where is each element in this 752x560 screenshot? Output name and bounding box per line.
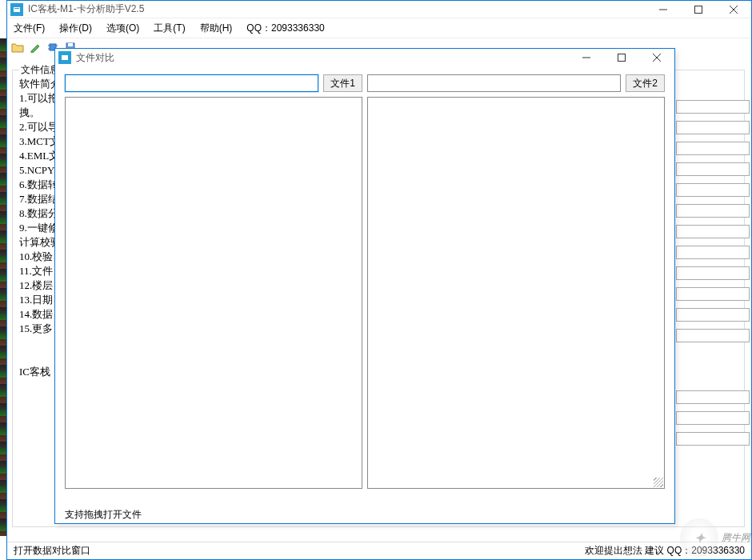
file2-content-panel[interactable]	[367, 97, 665, 489]
menu-options[interactable]: 选项(O)	[106, 22, 139, 35]
svg-rect-17	[618, 54, 626, 62]
dialog-body: 文件1 文件2 支持拖拽打开文件	[55, 66, 674, 523]
menu-file[interactable]: 文件(F)	[14, 22, 45, 35]
file2-path-input[interactable]	[367, 74, 621, 92]
watermark-text: 腾牛网	[722, 531, 750, 545]
right-field[interactable]	[676, 329, 750, 342]
dialog-window-controls	[569, 49, 674, 66]
dialog-titlebar: 文件对比	[55, 49, 674, 66]
right-field[interactable]	[676, 142, 750, 155]
menu-operation[interactable]: 操作(D)	[59, 22, 92, 35]
right-field[interactable]	[676, 390, 750, 404]
main-title: IC客栈-M1-卡分析助手V2.5	[28, 2, 646, 16]
dialog-close-button[interactable]	[639, 49, 674, 66]
right-field[interactable]	[676, 246, 750, 259]
svg-rect-13	[68, 43, 73, 46]
dialog-icon	[58, 51, 71, 64]
dialog-statusbar: 支持拖拽打开文件	[55, 506, 674, 523]
menu-qq[interactable]: QQ：2093336330	[246, 22, 324, 35]
main-window-controls	[646, 1, 751, 18]
right-fields-column	[676, 100, 750, 446]
watermark: ✦ 腾牛网	[680, 518, 750, 557]
right-field[interactable]	[676, 411, 750, 425]
right-field[interactable]	[676, 204, 750, 218]
file1-content-panel[interactable]	[65, 97, 362, 489]
file-selector-row: 文件1 文件2	[55, 66, 674, 97]
right-field[interactable]	[676, 225, 750, 238]
right-field[interactable]	[676, 100, 750, 114]
right-field[interactable]	[676, 266, 750, 280]
menubar: 文件(F) 操作(D) 选项(O) 工具(T) 帮助(H) QQ：2093336…	[7, 18, 751, 38]
dialog-status-text: 支持拖拽打开文件	[65, 508, 142, 522]
app-icon	[10, 3, 23, 16]
watermark-logo-icon: ✦	[680, 518, 718, 557]
statusbar: 打开数据对比窗口 欢迎提出想法 建议 QQ：2093336330	[7, 542, 751, 559]
menu-tools[interactable]: 工具(T)	[154, 22, 185, 35]
compare-area	[55, 97, 674, 489]
folder-open-icon[interactable]	[10, 40, 25, 54]
svg-rect-1	[14, 7, 20, 12]
edit-icon[interactable]	[28, 40, 42, 54]
file1-browse-button[interactable]: 文件1	[323, 74, 362, 92]
svg-rect-2	[14, 8, 19, 9]
right-field[interactable]	[676, 183, 750, 197]
right-field[interactable]	[676, 432, 750, 446]
close-button[interactable]	[716, 1, 751, 18]
status-left: 打开数据对比窗口	[14, 544, 90, 558]
minimize-button[interactable]	[646, 1, 681, 18]
resize-grip-icon[interactable]	[653, 477, 664, 488]
right-field[interactable]	[676, 287, 750, 301]
right-field[interactable]	[676, 308, 750, 322]
file1-path-input[interactable]	[65, 74, 318, 92]
file-compare-dialog: 文件对比 文件1 文件2	[54, 48, 675, 524]
main-titlebar: IC客栈-M1-卡分析助手V2.5	[7, 1, 751, 18]
dialog-minimize-button[interactable]	[569, 49, 604, 66]
dialog-maximize-button[interactable]	[604, 49, 639, 66]
svg-rect-15	[62, 55, 68, 60]
maximize-button[interactable]	[681, 1, 716, 18]
file2-browse-button[interactable]: 文件2	[626, 74, 665, 92]
right-field[interactable]	[676, 162, 750, 176]
dialog-title: 文件对比	[76, 51, 569, 65]
svg-rect-4	[695, 6, 702, 13]
menu-help[interactable]: 帮助(H)	[200, 22, 233, 35]
right-field[interactable]	[676, 121, 750, 134]
